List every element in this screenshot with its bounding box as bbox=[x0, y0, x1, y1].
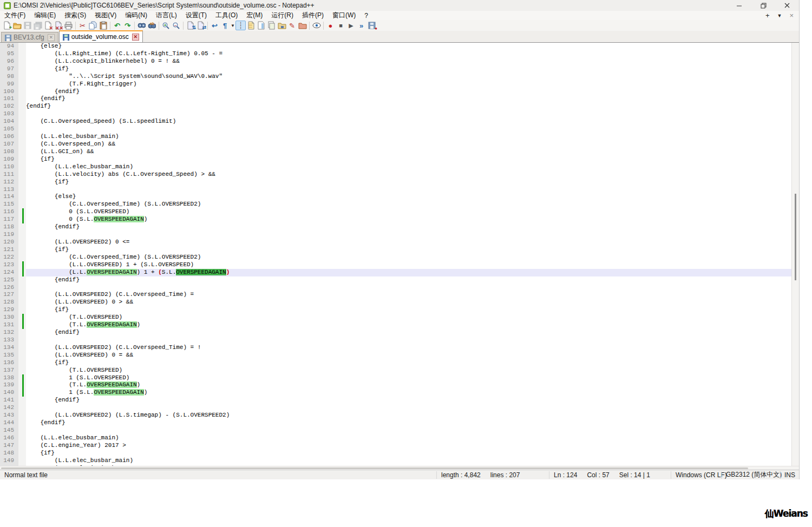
tab-close-icon[interactable]: ✕ bbox=[132, 34, 139, 41]
monitoring-icon[interactable] bbox=[311, 21, 322, 30]
vertical-scrollbar[interactable] bbox=[791, 43, 799, 466]
document-list-icon[interactable] bbox=[266, 21, 277, 30]
restore-button[interactable] bbox=[751, 0, 775, 11]
line-number: 138 bbox=[0, 374, 18, 382]
new-tab-plus-icon[interactable]: + bbox=[765, 11, 770, 19]
word-wrap-icon[interactable]: ↩ bbox=[209, 21, 220, 30]
marker-margin bbox=[18, 126, 26, 133]
marker-margin bbox=[18, 359, 26, 367]
undo-icon[interactable]: ↶ bbox=[112, 21, 122, 30]
vertical-scrollbar-thumb[interactable] bbox=[795, 194, 796, 280]
menu-item-2[interactable]: 搜索(S) bbox=[60, 11, 90, 20]
zoom-out-icon[interactable]: – bbox=[171, 21, 181, 30]
status-ins-mode[interactable]: INS bbox=[780, 471, 799, 479]
macro-play-icon[interactable]: ▶ bbox=[346, 21, 356, 30]
save-all-icon[interactable] bbox=[32, 21, 43, 30]
print-icon[interactable] bbox=[63, 21, 74, 30]
status-lines: lines : 207 bbox=[490, 471, 520, 479]
menu-item-11[interactable]: 窗口(W) bbox=[328, 11, 360, 20]
menu-item-1[interactable]: 编辑(E) bbox=[30, 11, 60, 20]
paste-icon[interactable] bbox=[98, 21, 108, 30]
tab-list-caret-icon[interactable]: ▼ bbox=[777, 13, 782, 18]
line-number: 146 bbox=[0, 434, 18, 442]
code-line: 139(T.L.OVERSPEEDAGAIN) bbox=[0, 381, 791, 389]
menu-item-5[interactable]: 语言(L) bbox=[152, 11, 181, 20]
function-list-icon[interactable]: ——— bbox=[246, 21, 256, 30]
minimize-button[interactable] bbox=[728, 0, 751, 11]
line-number: 133 bbox=[0, 337, 18, 344]
watermark: 仙Weians bbox=[765, 508, 808, 520]
redo-icon[interactable]: ↷ bbox=[122, 21, 133, 30]
line-number: 103 bbox=[0, 110, 18, 118]
line-number: 115 bbox=[0, 201, 18, 208]
menu-item-8[interactable]: 宏(M) bbox=[242, 11, 267, 20]
code-text: (L.L.Right_time) (C.L.Left-Right_Time) 0… bbox=[26, 50, 791, 58]
replace-icon[interactable]: ab bbox=[147, 21, 157, 30]
open-file-icon[interactable] bbox=[12, 21, 22, 30]
document-map-icon[interactable] bbox=[256, 21, 266, 30]
marker-margin bbox=[18, 156, 26, 163]
macro-record-icon[interactable]: ● bbox=[325, 21, 336, 30]
sync-horizontal-icon[interactable]: ⇄ bbox=[195, 21, 206, 30]
status-eol[interactable]: Windows (CR LF) bbox=[671, 471, 721, 479]
editor-area[interactable]: 94{else}95(L.L.Right_time) (C.L.Left-Rig… bbox=[0, 43, 799, 466]
code-line: 103 bbox=[0, 110, 791, 118]
tab-close-icon[interactable]: ✕ bbox=[48, 34, 55, 41]
code-text: 1 (S.L.OVERSPEED) bbox=[26, 374, 791, 382]
close-all-icon[interactable]: ✕✕ bbox=[53, 21, 63, 30]
line-number: 118 bbox=[0, 223, 18, 231]
macro-save-icon[interactable]: ● bbox=[366, 21, 377, 30]
close-tab-x-icon[interactable]: × bbox=[789, 11, 794, 19]
code-lines[interactable]: 94{else}95(L.L.Right_time) (C.L.Left-Rig… bbox=[0, 43, 791, 466]
toolbar-separator bbox=[159, 22, 159, 30]
status-encoding[interactable]: GB2312 (简体中文) bbox=[721, 471, 780, 479]
show-indent-guide-icon[interactable]: ┆ bbox=[235, 21, 246, 30]
line-number: 120 bbox=[0, 239, 18, 246]
code-text: {endif} bbox=[26, 329, 791, 337]
cut-icon[interactable]: ✂ bbox=[77, 21, 88, 30]
horizontal-scrollbar-thumb[interactable] bbox=[1, 467, 748, 469]
code-line: 100{endif} bbox=[0, 88, 791, 96]
menu-item-12[interactable]: ? bbox=[360, 11, 372, 20]
code-line: 123(L.L.OVERSPEED) 1 + (S.L.OVERSPEED) bbox=[0, 261, 791, 269]
find-icon[interactable] bbox=[136, 21, 147, 30]
sync-vertical-icon[interactable]: ⇅ bbox=[185, 21, 195, 30]
tab-bev13-cfg[interactable]: BEV13.cfg ✕ bbox=[1, 32, 58, 42]
new-file-icon[interactable]: + bbox=[2, 21, 12, 30]
line-number: 124 bbox=[0, 269, 18, 276]
menu-item-0[interactable]: 文件(F) bbox=[0, 11, 30, 20]
dropdown-caret-icon[interactable]: ▼ bbox=[230, 21, 235, 30]
menu-item-7[interactable]: 工具(O) bbox=[211, 11, 242, 20]
export-plugin-icon[interactable]: ✎ bbox=[287, 21, 297, 30]
change-marker bbox=[18, 381, 26, 389]
menu-item-3[interactable]: 视图(V) bbox=[90, 11, 121, 20]
saved-file-icon bbox=[5, 34, 11, 41]
marker-margin bbox=[18, 231, 26, 239]
tab-label: outside_volume.osc bbox=[71, 33, 129, 41]
code-line: 119 bbox=[0, 231, 791, 239]
copy-icon[interactable] bbox=[88, 21, 98, 30]
macro-stop-icon[interactable]: ■ bbox=[336, 21, 346, 30]
tab-outside-volume-osc[interactable]: outside_volume.osc ✕ bbox=[59, 30, 143, 42]
window-title: E:\OMSI 2\Vehicles\[Public]TGC6106BEV_Se… bbox=[14, 2, 315, 9]
menu-item-10[interactable]: 插件(P) bbox=[298, 11, 328, 20]
menu-item-4[interactable]: 编码(N) bbox=[121, 11, 152, 20]
marker-margin bbox=[18, 133, 26, 141]
save-file-icon[interactable] bbox=[22, 21, 32, 30]
code-text: (L.L.OVERSPEED) 1 + (S.L.OVERSPEED) bbox=[26, 261, 791, 269]
zoom-in-icon[interactable]: + bbox=[161, 21, 171, 30]
close-button[interactable] bbox=[775, 0, 799, 11]
show-all-characters-icon[interactable]: ¶ bbox=[220, 21, 230, 30]
code-text: (L.L.OVERSPEED) 0 > && bbox=[26, 299, 791, 306]
marker-margin bbox=[18, 141, 26, 148]
folder-as-workspace-icon[interactable] bbox=[277, 21, 287, 30]
menu-item-9[interactable]: 运行(R) bbox=[267, 11, 298, 20]
code-text: (T.L.OVERSPEED) bbox=[26, 314, 791, 321]
horizontal-scrollbar[interactable] bbox=[0, 466, 799, 470]
marker-margin bbox=[18, 450, 26, 457]
macro-run-multiple-icon[interactable]: » bbox=[356, 21, 366, 30]
marker-margin bbox=[18, 434, 26, 442]
menu-item-6[interactable]: 设置(T) bbox=[181, 11, 211, 20]
close-file-icon[interactable]: ✕ bbox=[43, 21, 53, 30]
open-folder-icon[interactable] bbox=[297, 21, 307, 30]
